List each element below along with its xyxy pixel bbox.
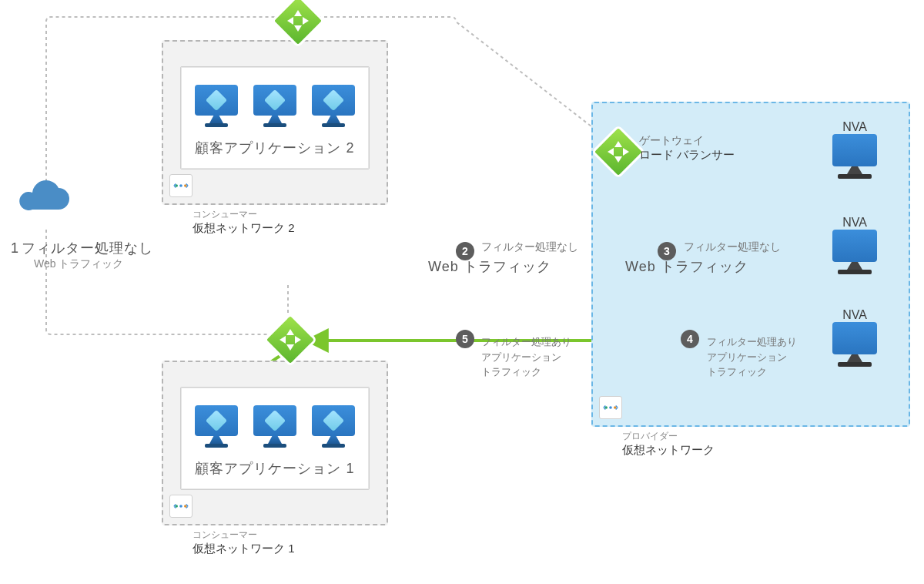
provider-vnet-caption: プロバイダー 仮想ネットワーク — [593, 428, 715, 458]
step-1-num: 1 — [11, 240, 18, 256]
nva-2: NVA — [824, 216, 886, 274]
caption-sub1: コンシューマー — [192, 208, 295, 221]
caption-sub2: 仮想ネットワーク — [622, 443, 715, 458]
vnet-icon — [169, 495, 192, 518]
nva-3: NVA — [824, 308, 886, 367]
nva-1: NVA — [824, 120, 886, 179]
step-1: 1 フィルター処理なし Web トラフィック — [11, 239, 153, 271]
customer-app-1: 顧客アプリケーション 1 — [180, 387, 370, 490]
vm-icon — [192, 405, 240, 448]
step-3-text: フィルター処理なし — [684, 240, 781, 254]
step-5-text: フィルター処理あり アプリケーション トラフィック — [481, 334, 571, 380]
consumer-vnet-2-caption: コンシューマー 仮想ネットワーク 2 — [163, 206, 295, 236]
step-3-line2: Web トラフィック — [625, 257, 748, 276]
consumer-vnet-1-caption: コンシューマー 仮想ネットワーク 1 — [163, 527, 295, 556]
step-1-line1: フィルター処理なし — [22, 240, 153, 256]
caption-sub2: 仮想ネットワーク 1 — [192, 542, 295, 556]
vm-icon — [192, 85, 240, 127]
app-title: 顧客アプリケーション 1 — [195, 459, 354, 478]
internet-cloud-icon — [18, 179, 74, 216]
gateway-lb-label: ゲートウェイ ロード バランサー — [639, 134, 735, 163]
consumer-vnet-1: 顧客アプリケーション 1 — [162, 361, 388, 525]
gateway-load-balancer-icon — [599, 133, 633, 166]
load-balancer-top-icon — [279, 2, 313, 35]
customer-app-2: 顧客アプリケーション 2 — [180, 66, 370, 169]
svg-point-8 — [609, 406, 612, 409]
svg-point-2 — [179, 184, 182, 187]
svg-point-5 — [179, 505, 182, 508]
vnet-icon — [599, 396, 622, 419]
caption-sub2: 仮想ネットワーク 2 — [192, 221, 295, 236]
vm-icon — [251, 85, 299, 127]
nva-icon — [824, 134, 886, 179]
step-4-text: フィルター処理あり アプリケーション トラフィック — [707, 334, 797, 380]
consumer-vnet-2: 顧客アプリケーション 2 — [162, 40, 388, 205]
vm-icon — [310, 85, 357, 127]
vm-row — [192, 405, 357, 448]
app-title: 顧客アプリケーション 2 — [195, 139, 354, 157]
step-2-text: フィルター処理なし — [481, 240, 578, 254]
vm-icon — [251, 405, 299, 448]
step-4-badge: 4 — [681, 330, 699, 348]
load-balancer-bottom-icon — [271, 321, 305, 354]
caption-sub1: プロバイダー — [622, 430, 715, 443]
step-2-line2: Web トラフィック — [428, 257, 551, 276]
nva-icon — [824, 322, 886, 367]
vnet-icon — [169, 174, 192, 197]
step-5-badge: 5 — [456, 330, 474, 348]
caption-sub1: コンシューマー — [192, 529, 295, 542]
vm-row — [192, 85, 357, 127]
diagram-canvas: 1 フィルター処理なし Web トラフィック 顧客アプリケーション 2 コンシュ… — [0, 0, 924, 584]
vm-icon — [310, 405, 357, 448]
step-1-line2: Web トラフィック — [34, 257, 153, 271]
nva-icon — [824, 230, 886, 274]
